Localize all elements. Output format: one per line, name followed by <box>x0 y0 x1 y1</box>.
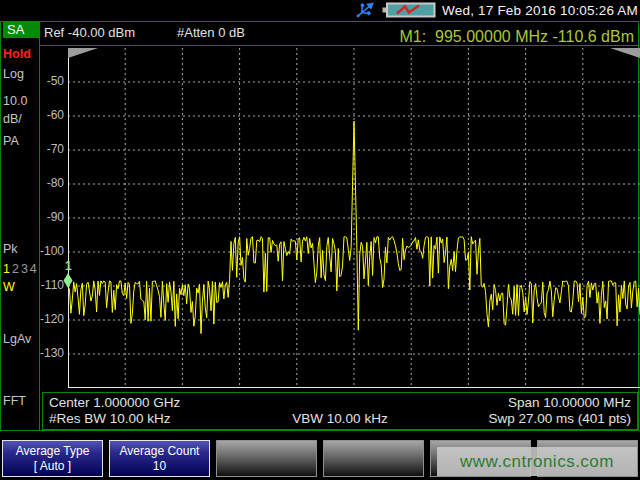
softkey-blank-3[interactable] <box>216 440 317 477</box>
top-status-bar: Wed, 17 Feb 2016 10:05:26 AM <box>0 0 640 21</box>
marker-1-label: 1 <box>65 259 72 273</box>
scale-per-div-unit: dB/ <box>3 112 22 126</box>
y-axis-label: -120 <box>36 312 64 326</box>
trace-number-indicators: 1234 <box>3 262 39 276</box>
sweep-time-readout: Swp 27.00 ms (401 pts) <box>437 411 631 426</box>
log-average-indicator: LgAv <box>3 332 31 346</box>
softkey-label: Average Type <box>16 444 90 459</box>
bandwidth-sweep-row: #Res BW 10.00 kHz VBW 10.00 kHz Swp 27.0… <box>49 411 631 426</box>
spectrum-trace <box>68 121 640 334</box>
frequency-annotation-box: Center 1.000000 GHz Span 10.00000 MHz #R… <box>42 392 638 430</box>
preamp-indicator: PA <box>3 134 19 148</box>
video-bw-readout: VBW 10.00 kHz <box>243 411 437 426</box>
usb-icon <box>354 1 376 19</box>
screen-corner-right <box>610 48 640 58</box>
y-axis-label: -100 <box>36 244 64 258</box>
softkey-average-count[interactable]: Average Count 10 <box>109 440 210 477</box>
scale-per-div-value: 10.0 <box>3 94 27 108</box>
status-icons-and-clock: Wed, 17 Feb 2016 10:05:26 AM <box>354 1 638 19</box>
peak-detector-indicator: Pk <box>3 242 18 256</box>
y-axis-label: -50 <box>36 74 64 88</box>
span-readout: Span 10.00000 MHz <box>508 395 631 410</box>
screen-corner-left <box>68 48 98 58</box>
spectrum-analyzer-screen: Wed, 17 Feb 2016 10:05:26 AM SA Ref -40.… <box>0 0 640 480</box>
trace-write-mode-indicator: W <box>3 280 15 294</box>
softkey-label: Average Count <box>120 444 200 459</box>
center-span-row: Center 1.000000 GHz Span 10.00000 MHz <box>49 395 631 410</box>
sweep-hold-indicator: Hold <box>3 47 31 61</box>
y-axis-label: -80 <box>36 176 64 190</box>
log-scale-indicator: Log <box>3 67 24 81</box>
spectrum-plot: 1 <box>68 48 640 388</box>
mode-badge-sa: SA <box>3 22 40 38</box>
fft-indicator: FFT <box>3 394 26 408</box>
battery-charging-icon <box>382 2 436 18</box>
softkey-average-type[interactable]: Average Type [ Auto ] <box>2 440 103 477</box>
res-bw-readout: #Res BW 10.00 kHz <box>49 411 243 426</box>
ref-level-readout: Ref -40.00 dBm <box>44 25 135 40</box>
softkey-blank-4[interactable] <box>323 440 424 477</box>
y-axis-label: -70 <box>36 142 64 156</box>
softkey-value: 10 <box>153 459 166 474</box>
y-axis-label: -130 <box>36 346 64 360</box>
trace-inactive-numbers: 234 <box>12 262 39 276</box>
marker-readout: M1: 995.00000 MHz -110.6 dBm <box>400 28 635 46</box>
watermark-text: www.cntronics.com <box>460 452 614 472</box>
trace-active-number: 1 <box>3 262 12 276</box>
softkey-value: [ Auto ] <box>34 459 71 474</box>
y-axis-label: -90 <box>36 210 64 224</box>
clock-datetime: Wed, 17 Feb 2016 10:05:26 AM <box>442 3 638 18</box>
attenuation-readout: #Atten 0 dB <box>177 25 245 40</box>
y-axis-label: -60 <box>36 108 64 122</box>
watermark-overlay: www.cntronics.com <box>437 447 637 476</box>
center-frequency-readout: Center 1.000000 GHz <box>49 395 180 410</box>
y-axis-label: -110 <box>36 278 64 292</box>
